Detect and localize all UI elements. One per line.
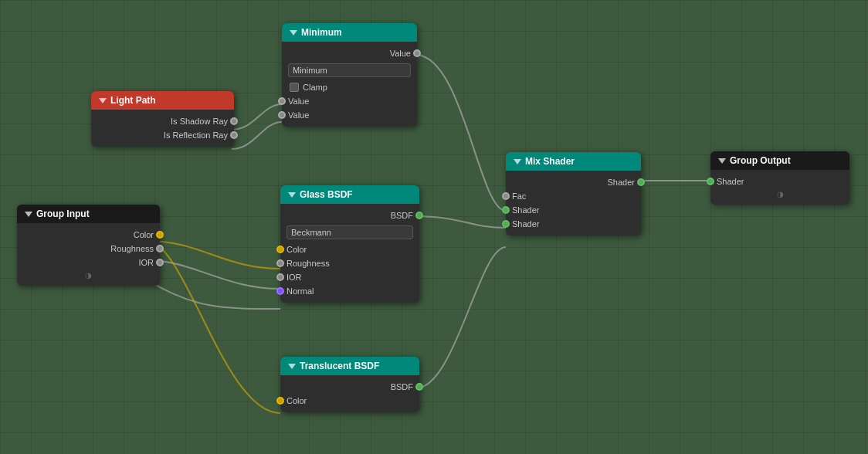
glass-bsdf-color-socket[interactable]: [276, 246, 284, 253]
conn-translucent-to-mix-shader2: [415, 247, 506, 388]
group-output-body: Shader ◑: [710, 170, 849, 205]
glass-bsdf-output-bsdf: BSDF: [280, 208, 419, 222]
translucent-bsdf-node: Translucent BSDF BSDF Color: [280, 357, 419, 412]
glass-bsdf-ior-label: IOR: [287, 273, 302, 282]
minimum-input-value2-label: Value: [288, 110, 309, 120]
mix-shader-output-shader: Shader: [506, 175, 641, 189]
glass-bsdf-dropdown[interactable]: Beckmann: [287, 225, 413, 239]
group-output-node: Group Output Shader ◑: [710, 151, 849, 205]
minimum-header: Minimum: [282, 23, 417, 42]
translucent-bsdf-output-bsdf: BSDF: [280, 380, 419, 394]
minimum-clamp-row: Clamp: [282, 80, 417, 94]
minimum-output-value-label: Value: [390, 49, 411, 58]
light-path-output-reflection: Is Reflection Ray: [91, 128, 234, 142]
glass-bsdf-body: BSDF Beckmann Color Roughness IOR Normal: [280, 204, 419, 303]
group-input-color-label: Color: [134, 230, 154, 239]
glass-bsdf-normal-socket[interactable]: [276, 287, 284, 295]
group-input-output-ior: IOR: [17, 256, 160, 269]
group-input-node: Group Input Color Roughness IOR ◑: [17, 205, 160, 286]
glass-bsdf-node: Glass BSDF BSDF Beckmann Color Roughness…: [280, 185, 419, 303]
group-input-output-roughness: Roughness: [17, 242, 160, 256]
mix-shader-fac-socket[interactable]: [502, 192, 510, 200]
glass-bsdf-input-color: Color: [280, 242, 419, 256]
translucent-bsdf-color-socket[interactable]: [276, 397, 284, 405]
mix-shader-collapse-icon[interactable]: [514, 159, 521, 164]
minimum-input-value2-socket[interactable]: [278, 111, 286, 119]
group-output-shader-socket[interactable]: [707, 178, 714, 185]
mix-shader-body: Shader Fac Shader Shader: [506, 171, 641, 235]
light-path-node: Light Path Is Shadow Ray Is Reflection R…: [91, 91, 234, 147]
mix-shader-shader2-socket[interactable]: [502, 220, 510, 228]
minimum-node: Minimum Value Minimum Clamp Value Value: [282, 23, 417, 127]
minimum-output-value: Value: [282, 46, 417, 60]
light-path-body: Is Shadow Ray Is Reflection Ray: [91, 110, 234, 147]
group-input-bottom: ◑: [17, 269, 160, 281]
group-input-ior-socket[interactable]: [156, 259, 164, 266]
light-path-collapse-icon[interactable]: [99, 98, 107, 103]
minimum-input-value2: Value: [282, 108, 417, 122]
glass-bsdf-color-label: Color: [287, 245, 307, 254]
glass-bsdf-roughness-label: Roughness: [287, 259, 330, 268]
glass-bsdf-bsdf-socket[interactable]: [415, 212, 423, 219]
group-input-collapse-icon[interactable]: [25, 212, 32, 217]
group-output-collapse-icon[interactable]: [718, 158, 726, 164]
translucent-bsdf-body: BSDF Color: [280, 375, 419, 412]
conn-ior-to-glass-ior: [147, 280, 280, 309]
group-input-header: Group Input: [17, 205, 160, 223]
glass-bsdf-roughness-socket[interactable]: [276, 259, 284, 267]
glass-bsdf-title: Glass BSDF: [300, 189, 353, 200]
group-output-input-shader: Shader: [710, 174, 849, 188]
mix-shader-shader1-socket[interactable]: [502, 206, 510, 214]
conn-glass-to-mix-shader1: [415, 216, 506, 228]
group-output-title: Group Output: [730, 155, 791, 166]
light-path-title: Light Path: [110, 95, 156, 106]
glass-bsdf-input-ior: IOR: [280, 270, 419, 284]
group-input-roughness-label: Roughness: [110, 244, 154, 253]
translucent-bsdf-bsdf-socket[interactable]: [415, 383, 423, 391]
glass-bsdf-header: Glass BSDF: [280, 185, 419, 204]
mix-shader-shader-socket[interactable]: [637, 178, 645, 186]
group-input-color-socket[interactable]: [156, 231, 164, 239]
translucent-bsdf-title: Translucent BSDF: [300, 361, 379, 371]
group-input-ior-label: IOR: [138, 258, 154, 267]
mix-shader-input-shader1: Shader: [506, 203, 641, 217]
glass-bsdf-collapse-icon[interactable]: [288, 192, 296, 198]
conn-shadow-ray-to-minimum: [232, 104, 282, 130]
light-path-header: Light Path: [91, 91, 234, 110]
mix-shader-title: Mix Shader: [525, 156, 575, 167]
glass-bsdf-ior-socket[interactable]: [276, 273, 284, 281]
minimum-clamp-checkbox[interactable]: [290, 83, 299, 92]
conn-color-to-translucent-color: [147, 241, 280, 413]
light-path-reflection-socket[interactable]: [230, 131, 238, 139]
light-path-reflection-label: Is Reflection Ray: [164, 130, 228, 140]
group-input-roughness-socket[interactable]: [156, 245, 164, 252]
minimum-clamp-label: Clamp: [303, 83, 327, 92]
minimum-dropdown[interactable]: Minimum: [288, 63, 411, 77]
minimum-title: Minimum: [301, 27, 342, 38]
translucent-bsdf-color-label: Color: [287, 396, 307, 405]
translucent-bsdf-collapse-icon[interactable]: [288, 364, 296, 369]
mix-shader-fac-label: Fac: [512, 191, 526, 201]
translucent-bsdf-bsdf-label: BSDF: [391, 382, 413, 391]
translucent-bsdf-header: Translucent BSDF: [280, 357, 419, 375]
group-input-body: Color Roughness IOR ◑: [17, 223, 160, 286]
conn-color-to-glass-color: [147, 241, 280, 269]
mix-shader-node: Mix Shader Shader Fac Shader Shader: [506, 152, 641, 235]
light-path-shadow-socket[interactable]: [230, 117, 238, 125]
conn-reflection-ray-to-minimum: [232, 122, 282, 149]
minimum-input-value1-label: Value: [288, 97, 309, 106]
light-path-shadow-label: Is Shadow Ray: [171, 117, 228, 126]
mix-shader-shader2-label: Shader: [512, 219, 539, 229]
minimum-input-value1-socket[interactable]: [278, 97, 286, 105]
glass-bsdf-input-normal: Normal: [280, 284, 419, 298]
translucent-bsdf-input-color: Color: [280, 394, 419, 408]
glass-bsdf-bsdf-label: BSDF: [391, 211, 413, 220]
light-path-output-shadow: Is Shadow Ray: [91, 114, 234, 128]
glass-bsdf-input-roughness: Roughness: [280, 256, 419, 270]
minimum-output-value-socket[interactable]: [413, 49, 421, 57]
group-output-header: Group Output: [710, 151, 849, 170]
minimum-collapse-icon[interactable]: [290, 30, 297, 36]
mix-shader-input-shader2: Shader: [506, 217, 641, 231]
group-output-bottom: ◑: [710, 188, 849, 200]
minimum-input-value1: Value: [282, 94, 417, 108]
